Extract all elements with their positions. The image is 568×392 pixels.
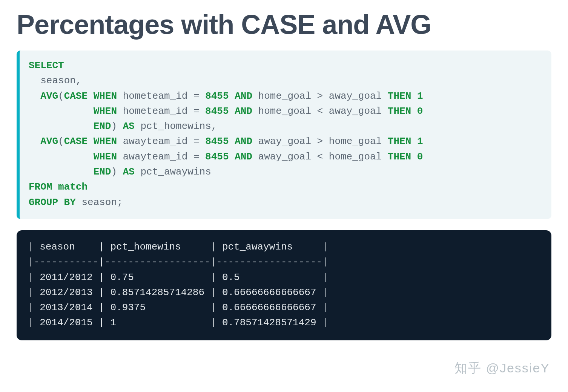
val-0d: 0	[417, 151, 423, 162]
val-0b: 0	[417, 106, 423, 117]
paren-close-1: )	[111, 121, 117, 132]
result-header: | season | pct_homewins | pct_awaywins |	[28, 241, 328, 253]
kw-avg-1: AVG	[40, 90, 58, 102]
kw-when-2a: WHEN	[94, 136, 117, 147]
kw-case-1: CASE	[64, 90, 88, 102]
kw-then-1a: THEN	[388, 90, 411, 102]
kw-and-2a: AND	[235, 136, 252, 147]
kw-and-2b: AND	[235, 151, 252, 162]
cond-home-b: hometeam_id =	[123, 106, 205, 117]
sql-code-block: SELECT season, AVG(CASE WHEN hometeam_id…	[17, 51, 551, 219]
cond-home-a: hometeam_id =	[123, 90, 205, 102]
group-col: season;	[81, 197, 123, 208]
result-row: | 2011/2012 | 0.75 | 0.5 |	[28, 272, 328, 283]
watermark-text: 知乎 @JessieY	[454, 360, 550, 377]
val-8455-d: 8455	[205, 151, 229, 162]
paren-open-2: (	[58, 136, 64, 147]
cond-away-gt: away_goal > home_goal	[252, 136, 388, 147]
cond-away-b: awayteam_id =	[123, 151, 205, 162]
val-8455-a: 8455	[205, 90, 229, 102]
cond-home-lt: home_goal < away_goal	[252, 106, 388, 117]
kw-end-2: END	[94, 166, 111, 178]
result-row: | 2013/2014 | 0.9375 | 0.66666666666667 …	[28, 302, 328, 313]
val-1a: 1	[417, 90, 423, 102]
paren-close-2: )	[111, 166, 117, 178]
kw-when-2b: WHEN	[94, 151, 117, 162]
kw-then-2a: THEN	[388, 136, 411, 147]
kw-when-1b: WHEN	[94, 106, 117, 117]
result-row: | 2014/2015 | 1 | 0.78571428571429 |	[28, 317, 328, 328]
page-title: Percentages with CASE and AVG	[17, 9, 551, 40]
kw-avg-2: AVG	[40, 136, 58, 147]
alias-awaywins: pct_awaywins	[141, 166, 211, 178]
kw-select: SELECT	[29, 60, 64, 71]
cond-away-lt: away_goal < home_goal	[252, 151, 388, 162]
kw-end-1: END	[94, 121, 111, 132]
query-result-block: | season | pct_homewins | pct_awaywins |…	[17, 230, 551, 340]
result-divider: |-----------|------------------|--------…	[28, 256, 328, 268]
kw-case-2: CASE	[64, 136, 88, 147]
kw-as-1: AS	[123, 121, 135, 132]
kw-group-by: GROUP BY	[29, 197, 76, 208]
alias-homewins: pct_homewins,	[141, 121, 217, 132]
col-season: season,	[40, 75, 81, 86]
result-row: | 2012/2013 | 0.85714285714286 | 0.66666…	[28, 287, 328, 298]
cond-home-gt: home_goal > away_goal	[252, 90, 388, 102]
kw-and-1b: AND	[235, 106, 252, 117]
val-8455-c: 8455	[205, 136, 229, 147]
cond-away-a: awayteam_id =	[123, 136, 205, 147]
val-8455-b: 8455	[205, 106, 229, 117]
paren-open-1: (	[58, 90, 64, 102]
kw-when-1a: WHEN	[94, 90, 117, 102]
val-1c: 1	[417, 136, 423, 147]
kw-from: FROM	[29, 181, 52, 193]
table-name: match	[58, 181, 88, 193]
kw-as-2: AS	[123, 166, 135, 178]
kw-then-1b: THEN	[388, 106, 411, 117]
kw-then-2b: THEN	[388, 151, 411, 162]
slide: Percentages with CASE and AVG SELECT sea…	[0, 0, 568, 392]
kw-and-1a: AND	[235, 90, 252, 102]
